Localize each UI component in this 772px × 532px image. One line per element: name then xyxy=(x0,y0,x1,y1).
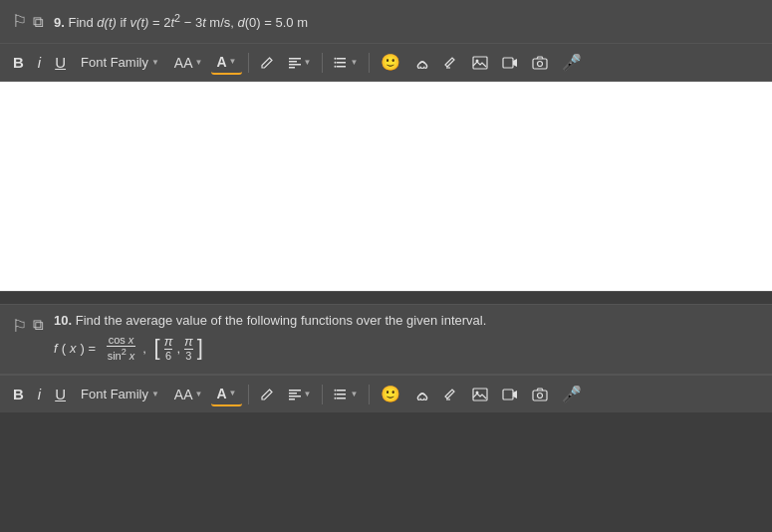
align-dropdown-arrow: ▼ xyxy=(304,58,312,67)
emoji-button2[interactable]: 🙂 xyxy=(376,382,405,406)
svg-rect-14 xyxy=(533,59,547,69)
bold-button[interactable]: B xyxy=(8,51,29,74)
highlighter-button2[interactable] xyxy=(439,385,463,404)
font-color-button[interactable]: A ▼ xyxy=(211,51,241,75)
align2-dropdown-arrow: ▼ xyxy=(304,390,312,399)
mic-button[interactable]: 🎤 xyxy=(557,50,587,75)
font-color-button2[interactable]: A ▼ xyxy=(211,383,241,406)
list-button[interactable]: ▼ xyxy=(329,53,363,73)
pencil-button[interactable] xyxy=(255,53,279,73)
divider3 xyxy=(369,53,370,73)
font-family2-dropdown-arrow: ▼ xyxy=(151,390,159,399)
question2-text: 10. Find the average value of the follow… xyxy=(54,313,486,328)
camera-button[interactable] xyxy=(527,53,553,73)
bookmark-icon[interactable]: ⚐ xyxy=(12,11,27,32)
edit-area1[interactable] xyxy=(0,82,772,291)
font-size-button2[interactable]: AA ▼ xyxy=(169,384,208,405)
svg-rect-3 xyxy=(289,67,295,69)
svg-point-7 xyxy=(335,57,337,59)
link-button2[interactable] xyxy=(409,386,435,403)
svg-rect-17 xyxy=(289,393,297,395)
toolbar1: B i U Font Family ▼ AA ▼ A ▼ ▼ ▼ 🙂 xyxy=(0,44,772,82)
svg-rect-30 xyxy=(533,391,547,400)
svg-rect-29 xyxy=(503,390,513,399)
italic-button[interactable]: i xyxy=(33,51,46,74)
mic-button2[interactable]: 🎤 xyxy=(557,382,587,406)
svg-point-23 xyxy=(335,389,337,391)
highlighter-button[interactable] xyxy=(439,53,463,73)
svg-rect-21 xyxy=(337,394,346,396)
question1-text: 9. Find d(t) if v(t) = 2t2 − 3t m/s, d(0… xyxy=(54,12,308,30)
svg-rect-11 xyxy=(473,57,487,69)
svg-rect-18 xyxy=(289,396,301,398)
svg-point-8 xyxy=(335,61,337,63)
pencil-button2[interactable] xyxy=(255,385,279,404)
svg-rect-27 xyxy=(473,389,487,400)
list2-dropdown-arrow: ▼ xyxy=(350,390,358,399)
font-size-dropdown-arrow: ▼ xyxy=(195,58,203,67)
italic-button2[interactable]: i xyxy=(33,383,46,405)
align-left-button2[interactable]: ▼ xyxy=(283,385,317,404)
svg-rect-4 xyxy=(337,58,346,60)
font-color2-dropdown-arrow: ▼ xyxy=(229,389,237,398)
list-dropdown-arrow: ▼ xyxy=(350,58,358,67)
font-family-button2[interactable]: Font Family ▼ xyxy=(75,384,165,404)
font-family-dropdown-arrow: ▼ xyxy=(151,58,159,67)
svg-rect-13 xyxy=(503,58,513,68)
svg-rect-1 xyxy=(289,61,297,63)
divider6 xyxy=(369,385,370,404)
image-button[interactable] xyxy=(467,53,493,73)
svg-point-24 xyxy=(335,393,337,395)
list-button2[interactable]: ▼ xyxy=(329,385,363,404)
font-size2-dropdown-arrow: ▼ xyxy=(195,390,203,399)
copy2-icon[interactable]: ⧉ xyxy=(33,316,44,334)
svg-rect-19 xyxy=(289,399,295,400)
svg-rect-22 xyxy=(337,398,346,399)
svg-rect-20 xyxy=(337,390,346,392)
question1-bar: ⚐ ⧉ 9. Find d(t) if v(t) = 2t2 − 3t m/s,… xyxy=(0,0,772,44)
svg-point-15 xyxy=(538,61,543,66)
divider1 xyxy=(248,53,249,73)
svg-rect-2 xyxy=(289,64,301,66)
font-color-dropdown-arrow: ▼ xyxy=(229,57,237,66)
video-button[interactable] xyxy=(497,53,523,73)
question2-math: f(x) = cos x sin2 x , [ π6 , π3 ] xyxy=(54,334,486,362)
svg-point-9 xyxy=(335,65,337,67)
question2-bar: ⚐ ⧉ 10. Find the average value of the fo… xyxy=(0,305,772,375)
copy-icon[interactable]: ⧉ xyxy=(33,13,44,31)
divider5 xyxy=(322,385,323,404)
svg-point-25 xyxy=(335,397,337,399)
align-left-button[interactable]: ▼ xyxy=(283,53,317,73)
link-button[interactable] xyxy=(409,54,435,72)
video-button2[interactable] xyxy=(497,385,523,404)
camera-button2[interactable] xyxy=(527,385,553,404)
svg-rect-5 xyxy=(337,62,346,64)
divider4 xyxy=(248,385,249,404)
svg-rect-0 xyxy=(289,58,301,60)
svg-rect-6 xyxy=(337,66,346,68)
image-button2[interactable] xyxy=(467,385,493,404)
bold-button2[interactable]: B xyxy=(8,383,29,405)
separator xyxy=(0,291,772,305)
bookmark2-icon[interactable]: ⚐ xyxy=(12,316,27,337)
svg-point-31 xyxy=(538,393,543,398)
underline-button[interactable]: U xyxy=(50,51,71,74)
divider2 xyxy=(322,53,323,73)
underline-button2[interactable]: U xyxy=(50,383,71,405)
font-size-button[interactable]: AA ▼ xyxy=(169,52,208,74)
font-family-button[interactable]: Font Family ▼ xyxy=(75,52,165,73)
svg-rect-16 xyxy=(289,390,301,392)
emoji-button[interactable]: 🙂 xyxy=(376,50,405,75)
toolbar2: B i U Font Family ▼ AA ▼ A ▼ ▼ ▼ 🙂 xyxy=(0,375,772,412)
